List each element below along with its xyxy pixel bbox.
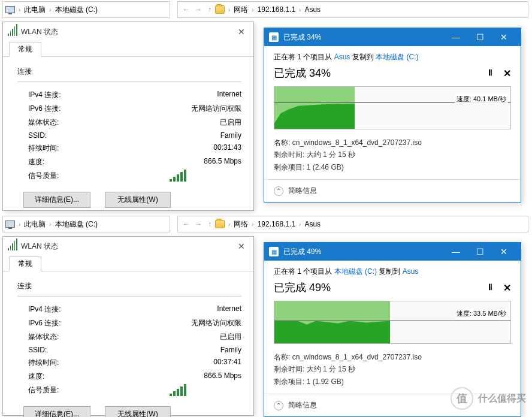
minimize-icon[interactable]: — xyxy=(444,30,468,44)
nav-back-icon[interactable]: ← xyxy=(180,5,192,14)
ssid-label: SSID: xyxy=(17,346,47,354)
ipv6-label: IPv6 连接: xyxy=(17,104,61,114)
media-value: 已启用 xyxy=(170,332,241,342)
chevron-up-icon: ⌃ xyxy=(274,401,283,410)
watermark: 值 什么值得买 xyxy=(451,387,526,410)
nav-fwd-icon[interactable]: → xyxy=(192,220,204,228)
nav-back-icon[interactable]: ← xyxy=(180,220,192,228)
ssid-value: Family xyxy=(170,346,241,354)
ipv4-label: IPv4 连接: xyxy=(17,304,61,315)
copy-progress-text: 已完成 34% xyxy=(274,66,331,80)
chevron-right-icon: › xyxy=(227,221,231,228)
ipv4-label: IPv4 连接: xyxy=(17,90,61,100)
crumb-disk[interactable]: 本地磁盘 (C:) xyxy=(53,5,100,15)
duration-value: 00:37:41 xyxy=(170,358,241,368)
copy-dialog-top: ▦ 已完成 34% — ☐ ✕ 正在将 1 个项目从 Asus 复制到 本地磁盘… xyxy=(264,28,521,203)
file-name-label: 名称: xyxy=(274,353,290,361)
copy-app-icon: ▦ xyxy=(269,32,279,42)
chevron-right-icon: › xyxy=(250,221,255,228)
chevron-right-icon: › xyxy=(298,221,302,228)
speed-value: 866.5 Mbps xyxy=(170,371,241,382)
fewer-details-toggle[interactable]: ⌃ 简略信息 xyxy=(264,179,521,202)
maximize-icon[interactable]: ☐ xyxy=(468,30,492,44)
wireless-properties-button[interactable]: 无线属性(W) xyxy=(105,406,171,417)
copy-title: 已完成 34% xyxy=(283,32,444,43)
pause-icon[interactable]: Ⅱ xyxy=(488,282,492,294)
wlan-status-dialog-top: WLAN 状态 ✕ 常规 连接 IPv4 连接:Internet IPv6 连接… xyxy=(2,22,254,211)
ipv4-value: Internet xyxy=(170,90,241,100)
time-remaining-value: 大约 1 分 15 秒 xyxy=(307,365,355,373)
time-remaining-value: 大约 1 分 15 秒 xyxy=(307,150,355,159)
pause-icon[interactable]: Ⅱ xyxy=(488,68,492,79)
signal-quality-label: 信号质量: xyxy=(17,171,59,182)
cancel-icon[interactable]: ✕ xyxy=(503,68,511,79)
minimize-icon[interactable]: — xyxy=(444,244,468,259)
signal-icon xyxy=(8,28,17,36)
details-button[interactable]: 详细信息(E)... xyxy=(23,406,90,417)
breadcrumb-top-left[interactable]: › 此电脑 › 本地磁盘 (C:) xyxy=(2,1,170,18)
copy-progress-text: 已完成 49% xyxy=(274,280,331,295)
crumb-pc[interactable]: 此电脑 xyxy=(22,219,48,229)
crumb-disk[interactable]: 本地磁盘 (C:) xyxy=(53,219,100,229)
crumb-pc[interactable]: 此电脑 xyxy=(22,5,48,15)
signal-icon xyxy=(8,242,17,250)
speed-label: 速度: 40.1 MB/秒 xyxy=(455,94,508,104)
pc-icon xyxy=(5,5,15,14)
nav-up-icon[interactable]: ↑ xyxy=(204,220,215,228)
speed-chart-bottom: 速度: 33.5 MB/秒 xyxy=(274,301,511,344)
crumb-asus[interactable]: Asus xyxy=(302,5,323,14)
close-icon[interactable]: ✕ xyxy=(492,30,516,44)
wlan-status-dialog-bottom: WLAN 状态 ✕ 常规 连接 IPv4 连接:Internet IPv6 连接… xyxy=(2,236,254,416)
items-remaining-value: 1 (2.46 GB) xyxy=(307,163,344,171)
cancel-icon[interactable]: ✕ xyxy=(503,282,511,294)
section-connection: 连接 xyxy=(17,281,241,291)
nav-up-icon[interactable]: ↑ xyxy=(204,5,215,14)
copy-to-link[interactable]: 本地磁盘 (C:) xyxy=(376,53,418,61)
breadcrumb-bottom-right[interactable]: ← → ↑ › 网络 › 192.168.1.1 › Asus xyxy=(177,216,528,232)
maximize-icon[interactable]: ☐ xyxy=(468,244,492,259)
details-button[interactable]: 详细信息(E)... xyxy=(23,192,90,208)
file-name-value: cn_windows_8_1_x64_dvd_2707237.iso xyxy=(292,138,422,147)
ipv4-value: Internet xyxy=(170,304,241,315)
speed-label: 速度: xyxy=(17,371,44,382)
crumb-asus[interactable]: Asus xyxy=(302,220,323,228)
wlan-title: WLAN 状态 xyxy=(21,27,234,37)
time-remaining-label: 剩余时间: xyxy=(274,365,304,373)
chevron-right-icon: › xyxy=(17,7,22,13)
signal-quality-label: 信号质量: xyxy=(17,385,59,396)
crumb-network[interactable]: 网络 xyxy=(231,5,250,15)
chevron-right-icon: › xyxy=(250,7,255,13)
chevron-right-icon: › xyxy=(17,221,22,228)
nav-fwd-icon[interactable]: → xyxy=(192,5,204,14)
breadcrumb-top-right[interactable]: ← → ↑ › 网络 › 192.168.1.1 › Asus xyxy=(177,1,528,18)
section-connection: 连接 xyxy=(17,67,241,77)
close-icon[interactable]: ✕ xyxy=(492,244,516,259)
ipv6-label: IPv6 连接: xyxy=(17,318,61,328)
speed-label: 速度: 33.5 MB/秒 xyxy=(455,309,508,319)
ssid-value: Family xyxy=(170,131,241,140)
time-remaining-label: 剩余时间: xyxy=(274,150,304,159)
wireless-properties-button[interactable]: 无线属性(W) xyxy=(105,192,171,208)
chevron-up-icon: ⌃ xyxy=(274,186,283,196)
copy-from-link[interactable]: 本地磁盘 (C:) xyxy=(334,267,377,276)
chevron-right-icon: › xyxy=(227,7,231,13)
crumb-ip[interactable]: 192.168.1.1 xyxy=(255,5,298,14)
tab-general[interactable]: 常规 xyxy=(9,256,41,271)
breadcrumb-bottom-left[interactable]: › 此电脑 › 本地磁盘 (C:) xyxy=(2,216,170,232)
copy-status-line: 正在将 1 个项目从 本地磁盘 (C:) 复制到 Asus xyxy=(264,261,521,277)
signal-quality-bars xyxy=(170,171,241,182)
close-icon[interactable]: ✕ xyxy=(234,26,249,38)
crumb-ip[interactable]: 192.168.1.1 xyxy=(255,220,298,228)
copy-to-link[interactable]: Asus xyxy=(403,267,419,276)
copy-status-line: 正在将 1 个项目从 Asus 复制到 本地磁盘 (C:) xyxy=(264,46,521,62)
ssid-label: SSID: xyxy=(17,131,47,140)
ipv6-value: 无网络访问权限 xyxy=(170,104,241,114)
tab-general[interactable]: 常规 xyxy=(9,42,41,57)
file-name-label: 名称: xyxy=(274,138,290,147)
close-icon[interactable]: ✕ xyxy=(234,240,249,252)
media-label: 媒体状态: xyxy=(17,117,59,128)
copy-from-link[interactable]: Asus xyxy=(334,53,350,61)
crumb-network[interactable]: 网络 xyxy=(231,219,250,229)
copy-title: 已完成 49% xyxy=(283,247,444,257)
items-remaining-value: 1 (1.92 GB) xyxy=(307,377,344,386)
